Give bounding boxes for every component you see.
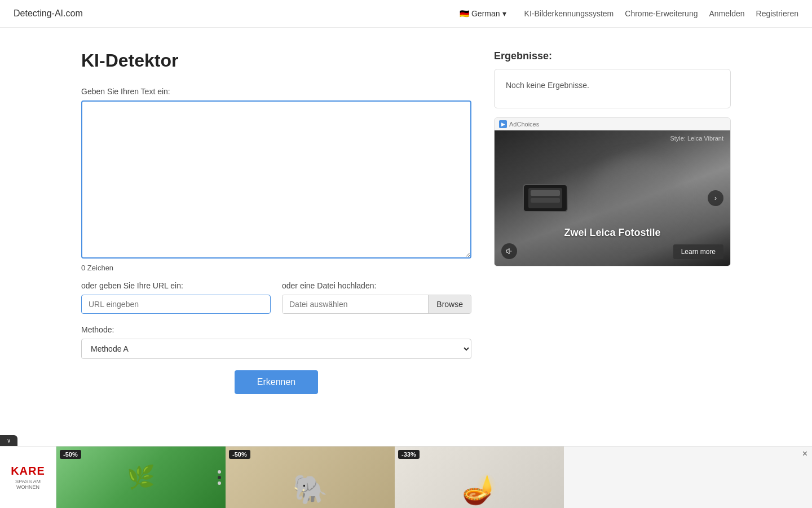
nav-chrome-erweiterung[interactable]: Chrome-Erweiterung bbox=[625, 9, 698, 18]
file-name-display bbox=[283, 295, 428, 313]
ad-choices-icon: ▶ bbox=[499, 120, 507, 128]
right-panel: Ergebnisse: Noch keine Ergebnisse. ▶ AdC… bbox=[494, 50, 731, 394]
ad-style-label: Style: Leica Vibrant bbox=[670, 135, 723, 142]
url-input[interactable] bbox=[81, 295, 271, 314]
results-box: Noch keine Ergebnisse. bbox=[494, 69, 731, 108]
ad-next-button[interactable]: › bbox=[708, 190, 723, 206]
method-select[interactable]: Methode A Methode B Methode C bbox=[81, 339, 471, 359]
file-group: oder eine Datei hochladen: Browse bbox=[282, 281, 471, 314]
ad-choices-label: AdChoices bbox=[509, 121, 539, 128]
file-label: oder eine Datei hochladen: bbox=[282, 281, 471, 290]
nav-anmelden[interactable]: Anmelden bbox=[709, 9, 744, 18]
header: Detecting-AI.com 🇩🇪 German ▾ KI-Bilderke… bbox=[0, 0, 812, 28]
ad-phone-screen bbox=[528, 188, 562, 208]
page-title: KI-Detektor bbox=[81, 50, 471, 71]
site-logo: Detecting-AI.com bbox=[14, 8, 83, 19]
language-selector[interactable]: 🇩🇪 German ▾ bbox=[455, 7, 511, 20]
ad-choices-bar: ▶ AdChoices bbox=[495, 118, 730, 130]
browse-button[interactable]: Browse bbox=[428, 295, 471, 313]
ad-image-area: Style: Leica Vibrant › Zwei Leica Fotost… bbox=[495, 130, 730, 266]
flag-icon: 🇩🇪 bbox=[460, 9, 469, 18]
ad-product-title: Zwei Leica Fotostile bbox=[495, 227, 730, 239]
left-panel: KI-Detektor Geben Sie Ihren Text ein: 0 … bbox=[81, 50, 471, 394]
text-input[interactable] bbox=[81, 100, 471, 259]
method-label: Methode: bbox=[81, 325, 471, 334]
results-title: Ergebnisse: bbox=[494, 50, 731, 62]
char-count: 0 Zeichen bbox=[81, 264, 471, 272]
nav-ki-bilderkennungssystem[interactable]: KI-Bilderkennungssystem bbox=[524, 9, 614, 18]
results-empty-text: Noch keine Ergebnisse. bbox=[506, 81, 589, 90]
erkennen-button[interactable]: Erkennen bbox=[235, 370, 319, 394]
text-input-label: Geben Sie Ihren Text ein: bbox=[81, 87, 471, 96]
ad-learn-more-button[interactable]: Learn more bbox=[673, 244, 723, 259]
url-label: oder geben Sie Ihre URL ein: bbox=[81, 281, 271, 290]
chevron-down-icon: ▾ bbox=[502, 9, 506, 18]
header-nav: 🇩🇪 German ▾ KI-Bilderkennungssystem Chro… bbox=[455, 7, 798, 20]
main-content: KI-Detektor Geben Sie Ihren Text ein: 0 … bbox=[68, 28, 744, 417]
ad-container: ▶ AdChoices Style: Leica Vibrant › Zwei … bbox=[494, 117, 731, 266]
url-file-row: oder geben Sie Ihre URL ein: oder eine D… bbox=[81, 281, 471, 314]
ad-phone-mockup bbox=[523, 184, 568, 212]
nav-registrieren[interactable]: Registrieren bbox=[756, 9, 798, 18]
file-input-wrapper: Browse bbox=[282, 295, 471, 314]
lang-label: German bbox=[471, 9, 500, 18]
url-group: oder geben Sie Ihre URL ein: bbox=[81, 281, 271, 314]
ad-mute-button[interactable] bbox=[501, 243, 517, 259]
nav-links: KI-Bilderkennungssystem Chrome-Erweiteru… bbox=[524, 9, 798, 18]
